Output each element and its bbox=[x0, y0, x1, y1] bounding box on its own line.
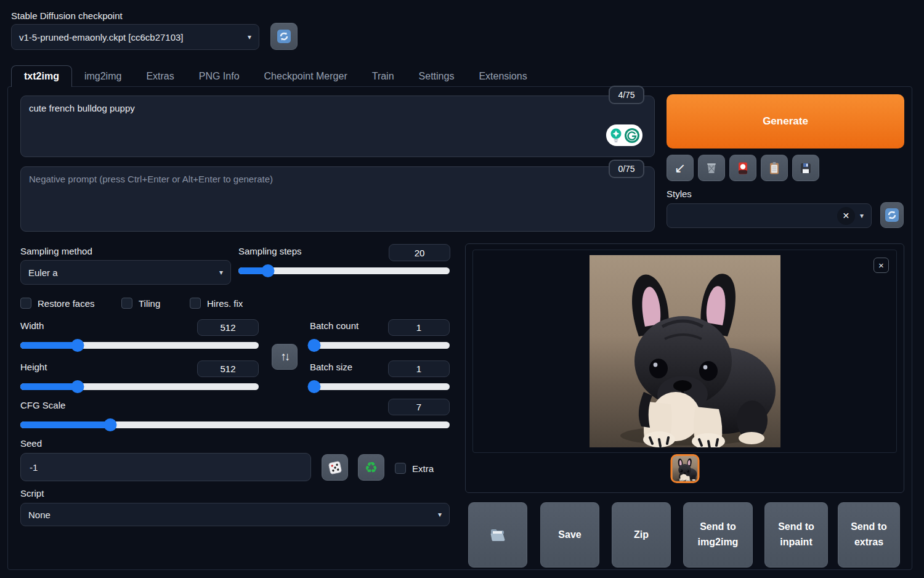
tab-txt2img[interactable]: txt2img bbox=[11, 65, 72, 87]
checkpoint-value: v1-5-pruned-emaonly.ckpt [cc6cb27103] bbox=[19, 32, 184, 43]
prompt-token-counter: 4/75 bbox=[609, 86, 644, 104]
grammarly-icon bbox=[624, 128, 640, 144]
main-tabs: txt2img img2img Extras PNG Info Checkpoi… bbox=[11, 63, 540, 87]
negative-token-counter: 0/75 bbox=[609, 160, 644, 178]
tab-img2img[interactable]: img2img bbox=[72, 66, 134, 87]
txt2img-panel bbox=[7, 86, 912, 570]
stable-diffusion-webui: Stable Diffusion checkpoint v1-5-pruned-… bbox=[0, 0, 924, 578]
tab-png-info[interactable]: PNG Info bbox=[187, 66, 252, 87]
token-count-text: 4/75 bbox=[618, 90, 634, 100]
tab-extras[interactable]: Extras bbox=[134, 66, 186, 87]
chevron-down-icon: ▾ bbox=[248, 33, 251, 41]
checkpoint-dropdown[interactable]: v1-5-pruned-emaonly.ckpt [cc6cb27103] ▾ bbox=[11, 24, 259, 50]
negative-prompt-input[interactable] bbox=[20, 166, 655, 232]
tab-checkpoint-merger[interactable]: Checkpoint Merger bbox=[252, 66, 360, 87]
refresh-icon bbox=[277, 29, 291, 44]
token-count-text: 0/75 bbox=[618, 164, 634, 174]
grammarly-widget[interactable] bbox=[606, 124, 642, 146]
tab-extensions[interactable]: Extensions bbox=[466, 66, 539, 87]
prompt-input[interactable]: cute french bulldog puppy bbox=[20, 96, 655, 157]
tab-train[interactable]: Train bbox=[360, 66, 407, 87]
tab-settings[interactable]: Settings bbox=[407, 66, 467, 87]
checkpoint-label: Stable Diffusion checkpoint bbox=[11, 10, 123, 21]
lightbulb-icon bbox=[609, 128, 623, 144]
checkpoint-refresh-button[interactable] bbox=[270, 23, 298, 50]
